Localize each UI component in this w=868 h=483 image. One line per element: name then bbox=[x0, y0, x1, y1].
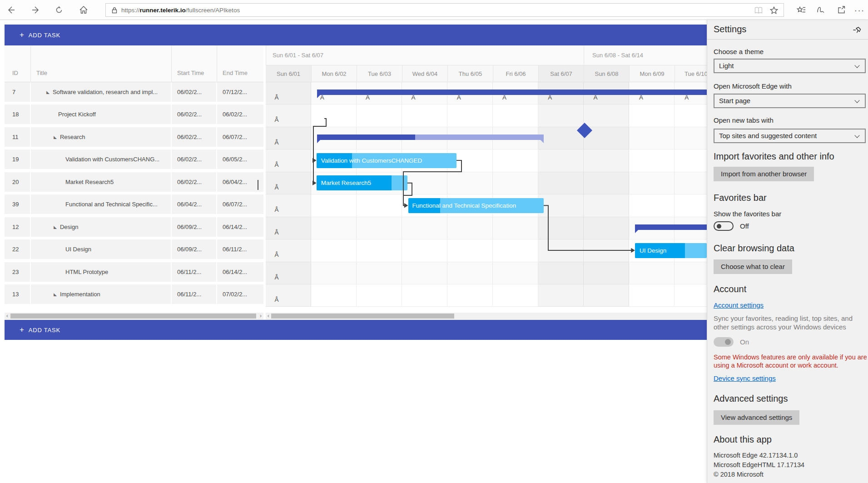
collapse-icon[interactable]: ◢ bbox=[54, 128, 57, 147]
table-row[interactable]: 19 Validation with CustomersCHANG... 06/… bbox=[5, 149, 263, 172]
account-heading: Account bbox=[714, 284, 746, 294]
timeline-horizontal-scrollbar[interactable]: ‹ bbox=[266, 313, 707, 319]
gantt-timeline-body: ÂÂÂÂÂÂÂÂÂÂ Â Â Â Â Â Â Â Â Â Validation … bbox=[266, 82, 707, 307]
column-header-title[interactable]: Title bbox=[31, 46, 172, 82]
sync-toggle-disabled bbox=[714, 337, 734, 347]
url-text[interactable]: https://runner.telerik.io/fullscreen/API… bbox=[121, 7, 240, 14]
chevron-down-icon bbox=[854, 98, 859, 103]
table-row[interactable]: 18 Project Kickoff 06/02/2... 06/02/2... bbox=[5, 105, 263, 127]
about-heading: About this app bbox=[714, 434, 772, 445]
settings-panel: Settings Choose a theme Light Open Micro… bbox=[707, 20, 868, 483]
share-icon[interactable] bbox=[833, 0, 850, 20]
day-header: Tue 6/10 bbox=[675, 65, 707, 82]
clear-data-heading: Clear browsing data bbox=[714, 243, 794, 254]
favorite-star-icon[interactable] bbox=[767, 4, 781, 17]
table-row[interactable]: 20 Market Research5 06/02/2... 06/04/2..… bbox=[5, 172, 263, 194]
table-row[interactable]: 22 UI Design 06/09/2... 06/11/2... bbox=[5, 239, 263, 262]
gantt-timeline-header: Sun 6/01 - Sat 6/07 Sun 6/08 - Sat 6/14 … bbox=[266, 46, 707, 82]
day-header: Mon 6/09 bbox=[629, 65, 675, 82]
dependency-lines bbox=[266, 82, 707, 307]
add-task-button-top[interactable]: + ADD TASK bbox=[20, 30, 60, 40]
toggle-knob bbox=[717, 224, 721, 229]
collapse-icon[interactable]: ◢ bbox=[46, 83, 50, 102]
sync-description: Sync your favorites, reading list, top s… bbox=[714, 314, 866, 332]
pin-icon[interactable] bbox=[853, 25, 862, 35]
view-advanced-button[interactable]: View advanced settings bbox=[714, 410, 799, 425]
page: https://runner.telerik.io/fullscreen/API… bbox=[0, 0, 868, 483]
settings-title: Settings bbox=[714, 24, 746, 35]
import-heading: Import favorites and other info bbox=[714, 151, 834, 162]
about-version-line: Microsoft Edge 42.17134.1.0 bbox=[714, 452, 798, 459]
gantt-table-header: ID Title Start Time End Time bbox=[5, 46, 263, 82]
divider bbox=[707, 39, 868, 40]
show-favorites-label: Show the favorites bar bbox=[714, 210, 781, 218]
account-warning-text: Some Windows features are only available… bbox=[714, 353, 868, 369]
day-header: Mon 6/02 bbox=[311, 65, 357, 82]
new-tabs-select[interactable]: Top sites and suggested content bbox=[714, 129, 866, 143]
table-row[interactable]: 12 ◢Design 06/09/2... 06/14/2... bbox=[5, 217, 263, 239]
advanced-settings-heading: Advanced settings bbox=[714, 393, 788, 404]
toggle-knob bbox=[725, 339, 731, 345]
day-header: Wed 6/04 bbox=[402, 65, 447, 82]
open-with-label: Open Microsoft Edge with bbox=[714, 82, 792, 90]
table-horizontal-scrollbar[interactable]: ‹ › bbox=[5, 313, 263, 319]
device-sync-link[interactable]: Device sync settings bbox=[714, 374, 776, 382]
clear-data-button[interactable]: Choose what to clear bbox=[714, 259, 792, 274]
open-with-select[interactable]: Start page bbox=[714, 94, 866, 108]
account-settings-link[interactable]: Account settings bbox=[714, 301, 764, 309]
table-row[interactable]: 39 Functional and Technical Specific... … bbox=[5, 194, 263, 217]
column-header-id[interactable]: ID bbox=[5, 46, 31, 82]
collapse-icon[interactable]: ◢ bbox=[54, 285, 57, 304]
chevron-down-icon bbox=[854, 63, 859, 68]
favorites-bar-heading: Favorites bar bbox=[714, 193, 767, 203]
scrollbar-thumb[interactable] bbox=[10, 314, 256, 319]
choose-theme-label: Choose a theme bbox=[714, 48, 764, 55]
address-bar[interactable]: https://runner.telerik.io/fullscreen/API… bbox=[105, 3, 784, 17]
refresh-icon[interactable] bbox=[51, 0, 67, 20]
import-button[interactable]: Import from another browser bbox=[714, 167, 814, 181]
gantt-top-toolbar: + ADD TASK bbox=[5, 25, 707, 45]
new-tabs-label: Open new tabs with bbox=[714, 116, 774, 124]
table-row[interactable]: 13 ◢Implementation 06/11/2... 07/02/2... bbox=[5, 284, 263, 307]
plus-icon: + bbox=[20, 30, 25, 40]
column-header-end[interactable]: End Time bbox=[217, 46, 263, 82]
back-icon[interactable] bbox=[3, 0, 19, 20]
gantt-table-body: 7 ◢Software validation, research and imp… bbox=[5, 82, 263, 307]
text-caret bbox=[258, 180, 258, 190]
theme-select[interactable]: Light bbox=[714, 59, 866, 73]
forward-icon[interactable] bbox=[28, 0, 44, 20]
hub-icon[interactable] bbox=[793, 0, 809, 20]
scrollbar-thumb[interactable] bbox=[271, 314, 454, 319]
week-group-1: Sun 6/01 - Sat 6/07 bbox=[266, 46, 584, 65]
chevron-down-icon bbox=[854, 133, 859, 138]
favorites-toggle-state: Off bbox=[740, 222, 749, 230]
day-header: Fri 6/06 bbox=[493, 65, 538, 82]
column-header-start[interactable]: Start Time bbox=[172, 46, 217, 82]
add-task-button-bottom[interactable]: + ADD TASK bbox=[20, 325, 60, 334]
sync-toggle-state: On bbox=[740, 338, 749, 346]
scroll-right-icon[interactable]: › bbox=[258, 313, 263, 319]
plus-icon: + bbox=[20, 325, 25, 334]
collapse-icon[interactable]: ◢ bbox=[54, 218, 57, 237]
about-edgehtml-line: Microsoft EdgeHTML 17.17134 bbox=[714, 461, 804, 468]
table-row[interactable]: 23 HTML Prototype 06/11/2... 06/14/2... bbox=[5, 262, 263, 284]
day-header: Sat 6/07 bbox=[538, 65, 584, 82]
favorites-bar-toggle[interactable] bbox=[714, 221, 734, 231]
settings-ellipsis-icon[interactable]: ··· bbox=[851, 0, 868, 20]
gantt-bottom-toolbar: + ADD TASK bbox=[5, 320, 707, 340]
lock-icon bbox=[111, 7, 118, 14]
web-notes-pen-icon[interactable] bbox=[813, 0, 829, 20]
day-header: Thu 6/05 bbox=[447, 65, 493, 82]
table-row[interactable]: 7 ◢Software validation, research and imp… bbox=[5, 82, 263, 105]
day-header: Tue 6/03 bbox=[357, 65, 402, 82]
week-group-2: Sun 6/08 - Sat 6/14 bbox=[584, 46, 707, 65]
day-header: Sun 6/01 bbox=[266, 65, 311, 82]
scroll-left-icon[interactable]: ‹ bbox=[5, 313, 10, 319]
browser-toolbar: https://runner.telerik.io/fullscreen/API… bbox=[0, 0, 868, 20]
reading-view-icon bbox=[752, 4, 765, 17]
table-row[interactable]: 11 ◢Research 06/02/2... 06/07/2... bbox=[5, 127, 263, 149]
scroll-left-icon[interactable]: ‹ bbox=[266, 313, 271, 319]
home-icon[interactable] bbox=[75, 0, 92, 20]
day-header: Sun 6/08 bbox=[584, 65, 629, 82]
about-copyright-line: © 2018 Microsoft bbox=[714, 471, 764, 478]
